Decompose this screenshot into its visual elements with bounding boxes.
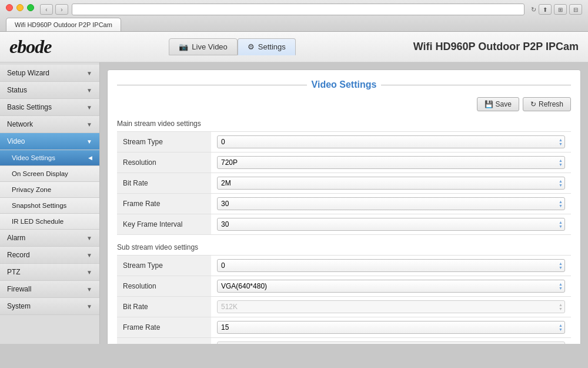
table-row: Stream Type 012 ▲▼ (117, 256, 571, 276)
sidebar-item-label: Firewall (7, 285, 31, 293)
sidebar-item-label: Alarm (7, 234, 25, 242)
bit-rate-select-wrapper: 512K1M2M4M ▲▼ (217, 177, 565, 190)
chevron-icon: ▼ (86, 104, 92, 111)
refresh-icon: ↻ (530, 100, 536, 108)
minimize-button[interactable] (16, 4, 24, 11)
chevron-icon: ▼ (86, 121, 92, 128)
field-value: 512K1M2M4M ▲▼ (211, 173, 571, 194)
sidebar-toggle-button[interactable]: ⊟ (569, 4, 582, 15)
save-icon: 💾 (485, 100, 493, 108)
chevron-icon: ▼ (86, 286, 92, 293)
sidebar-item-label: Setup Wizard (7, 69, 49, 77)
stream-type-select[interactable]: 012 (217, 135, 565, 148)
sidebar-item-system[interactable]: System ▼ (0, 298, 99, 315)
tab-live-video[interactable]: 📷 Live Video (169, 38, 237, 55)
share-button[interactable]: ⬆ (539, 4, 552, 15)
sub-stream-type-select[interactable]: 012 (217, 259, 565, 272)
sidebar-item-setup-wizard[interactable]: Setup Wizard ▼ (0, 65, 99, 82)
nav-buttons: ‹ › (40, 4, 68, 15)
sidebar-item-ptz[interactable]: PTZ ▼ (0, 264, 99, 281)
sidebar-item-ir-led-schedule[interactable]: IR LED Schedule (0, 214, 99, 230)
sidebar-item-video-settings[interactable]: Video Settings ◀ (0, 150, 99, 166)
table-row: Key Frame Interval 102030404550 ▲▼ (117, 338, 571, 344)
chevron-icon: ▼ (86, 303, 92, 310)
field-label: Stream Type (117, 132, 211, 152)
app-header: ebode 📷 Live Video ⚙ Settings Wifi HD960… (0, 32, 588, 62)
chevron-icon: ▼ (86, 70, 92, 77)
sidebar-item-firewall[interactable]: Firewall ▼ (0, 281, 99, 298)
frame-rate-select-wrapper: 51015202530 ▲▼ (217, 197, 565, 210)
frame-rate-select[interactable]: 51015202530 (217, 197, 565, 210)
sub-key-frame-select[interactable]: 102030404550 (217, 342, 565, 344)
sidebar-item-privacy-zone[interactable]: Privacy Zone (0, 182, 99, 198)
sub-stream-table: Stream Type 012 ▲▼ Resolution (117, 255, 571, 344)
gear-icon: ⚙ (248, 42, 255, 51)
selected-indicator: ◀ (88, 155, 92, 161)
tab-settings[interactable]: ⚙ Settings (238, 38, 296, 55)
back-button[interactable]: ‹ (40, 4, 53, 15)
sidebar-item-label: System (7, 302, 31, 310)
app-logo: ebode (9, 36, 51, 58)
field-label: Frame Rate (117, 317, 211, 338)
tab-label: Wifi HD960P Outdoor P2P IPCam (15, 21, 112, 28)
tab-live-video-label: Live Video (192, 42, 227, 51)
field-label: Bit Rate (117, 297, 211, 317)
field-value: 012 ▲▼ (211, 132, 571, 152)
sub-bit-rate-select-wrapper: 128K256K512K1M ▲▼ (217, 300, 565, 313)
table-row: Key Frame Interval 1020304050 ▲▼ (117, 214, 571, 235)
sidebar-item-alarm[interactable]: Alarm ▼ (0, 230, 99, 247)
sidebar-item-label: Video Settings (12, 154, 55, 161)
sidebar-item-snapshot-settings[interactable]: Snapshot Settings (0, 198, 99, 214)
sidebar-item-label: On Screen Display (12, 170, 68, 177)
sub-resolution-select[interactable]: VGA(640*480)QVGA(320*240) (217, 280, 565, 293)
sub-key-frame-select-wrapper: 102030404550 ▲▼ (217, 342, 565, 344)
sidebar-item-label: Network (7, 120, 33, 128)
resolution-select-wrapper: 720P1080PVGA(640*480) ▲▼ (217, 156, 565, 169)
sidebar-item-label: Status (7, 86, 27, 94)
resolution-select[interactable]: 720P1080PVGA(640*480) (217, 156, 565, 169)
field-value: 51015202530 ▲▼ (211, 317, 571, 338)
sidebar: Setup Wizard ▼ Status ▼ Basic Settings ▼… (0, 62, 100, 344)
chevron-icon: ▼ (86, 235, 92, 241)
sub-frame-rate-select[interactable]: 51015202530 (217, 321, 565, 334)
chevron-icon: ▼ (86, 138, 92, 145)
sidebar-item-label: Basic Settings (7, 103, 52, 111)
sidebar-item-label: Video (7, 137, 25, 145)
refresh-button[interactable]: ↻ Refresh (523, 97, 571, 111)
chevron-icon: ▼ (86, 269, 92, 276)
sidebar-item-video[interactable]: Video ▼ (0, 133, 99, 150)
content-panel: Video Settings 💾 Save ↻ Refresh Main str… (107, 69, 581, 344)
sidebar-item-status[interactable]: Status ▼ (0, 82, 99, 99)
browser-chrome: ‹ › ↻ ⬆ ⊞ ⊟ Wifi HD960P Outdoor P2P IPCa… (0, 0, 588, 32)
page-title: Wifi HD960P Outdoor P2P IPCam (413, 41, 579, 53)
field-label: Resolution (117, 276, 211, 297)
table-row: Bit Rate 128K256K512K1M ▲▼ (117, 297, 571, 317)
sidebar-item-network[interactable]: Network ▼ (0, 116, 99, 133)
field-label: Bit Rate (117, 173, 211, 194)
field-value: 720P1080PVGA(640*480) ▲▼ (211, 152, 571, 173)
sidebar-item-label: PTZ (7, 268, 21, 276)
maximize-button[interactable] (27, 4, 34, 11)
table-row: Resolution VGA(640*480)QVGA(320*240) ▲▼ (117, 276, 571, 297)
reload-button[interactable]: ↻ (528, 4, 539, 15)
key-frame-select[interactable]: 1020304050 (217, 218, 565, 231)
newtab-button[interactable]: ⊞ (554, 4, 567, 15)
forward-button[interactable]: › (55, 4, 68, 15)
sub-bit-rate-select[interactable]: 128K256K512K1M (217, 300, 565, 313)
browser-tab[interactable]: Wifi HD960P Outdoor P2P IPCam (6, 18, 121, 31)
field-label: Stream Type (117, 256, 211, 276)
close-button[interactable] (6, 4, 13, 11)
bit-rate-select[interactable]: 512K1M2M4M (217, 177, 565, 190)
address-bar[interactable] (72, 4, 524, 15)
chevron-icon: ▼ (86, 87, 92, 94)
toolbar: 💾 Save ↻ Refresh (117, 97, 571, 111)
sidebar-item-basic-settings[interactable]: Basic Settings ▼ (0, 99, 99, 116)
table-row: Bit Rate 512K1M2M4M ▲▼ (117, 173, 571, 194)
section-title: Video Settings (117, 79, 571, 90)
traffic-lights (6, 4, 34, 11)
sidebar-item-on-screen-display[interactable]: On Screen Display (0, 166, 99, 182)
main-stream-label: Main stream video settings (117, 120, 571, 128)
save-button[interactable]: 💾 Save (477, 97, 519, 111)
field-label: Frame Rate (117, 194, 211, 214)
sidebar-item-record[interactable]: Record ▼ (0, 247, 99, 264)
